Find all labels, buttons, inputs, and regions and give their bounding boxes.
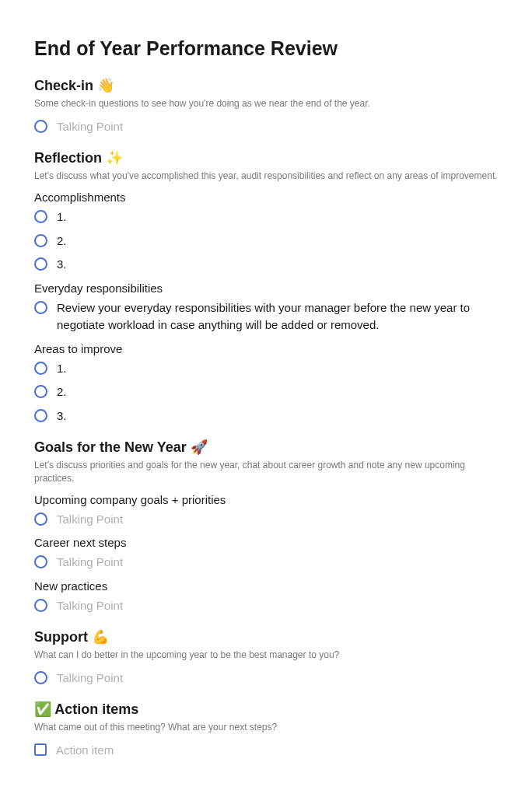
subsection-responsibilities: Everyday responsibilities bbox=[34, 282, 498, 295]
action-item-placeholder[interactable]: Action item bbox=[56, 742, 498, 760]
item-row: Talking Point bbox=[34, 118, 498, 136]
section-support: Support 💪 What can I do better in the up… bbox=[34, 628, 498, 687]
radio-icon[interactable] bbox=[34, 257, 47, 271]
list-item-text[interactable]: 2. bbox=[57, 383, 498, 401]
talking-point-placeholder[interactable]: Talking Point bbox=[57, 597, 498, 615]
section-reflection: Reflection ✨ Let's discuss what you've a… bbox=[34, 149, 498, 425]
subsection-improve: Areas to improve bbox=[34, 342, 498, 355]
talking-point-placeholder[interactable]: Talking Point bbox=[57, 670, 498, 687]
item-row: Talking Point bbox=[34, 670, 498, 687]
list-item-text[interactable]: 3. bbox=[57, 407, 498, 425]
item-row: 3. bbox=[34, 407, 498, 425]
talking-point-placeholder[interactable]: Talking Point bbox=[57, 554, 498, 572]
radio-icon[interactable] bbox=[34, 362, 47, 375]
item-row: 2. bbox=[34, 383, 498, 401]
section-checkin: Check-in 👋 Some check-in questions to se… bbox=[34, 77, 498, 135]
radio-icon[interactable] bbox=[34, 385, 47, 398]
radio-icon[interactable] bbox=[34, 599, 47, 612]
radio-icon[interactable] bbox=[34, 512, 47, 526]
radio-icon[interactable] bbox=[34, 210, 47, 223]
radio-icon[interactable] bbox=[34, 671, 47, 684]
item-row: Talking Point bbox=[34, 554, 498, 572]
item-row: 3. bbox=[34, 256, 498, 274]
subsection-practices: New practices bbox=[34, 579, 498, 593]
radio-icon[interactable] bbox=[34, 409, 47, 422]
section-title-checkin: Check-in 👋 bbox=[34, 77, 498, 94]
item-row: Talking Point bbox=[34, 511, 498, 529]
list-item-text[interactable]: 2. bbox=[57, 233, 498, 250]
radio-icon[interactable] bbox=[34, 555, 47, 568]
section-title-reflection: Reflection ✨ bbox=[34, 149, 498, 166]
item-row: Review your everyday responsibilities wi… bbox=[34, 299, 498, 334]
section-desc-action: What came out of this meeting? What are … bbox=[34, 721, 498, 734]
section-title-support: Support 💪 bbox=[34, 628, 498, 645]
section-title-action: ✅ Action items bbox=[34, 701, 498, 718]
list-item-text[interactable]: 1. bbox=[57, 208, 498, 226]
item-row: Action item bbox=[34, 742, 498, 760]
list-item-text[interactable]: 1. bbox=[57, 360, 498, 378]
subsection-accomplishments: Accomplishments bbox=[34, 191, 498, 204]
responsibilities-text[interactable]: Review your everyday responsibilities wi… bbox=[57, 299, 498, 334]
section-title-goals: Goals for the New Year 🚀 bbox=[34, 439, 498, 456]
talking-point-placeholder[interactable]: Talking Point bbox=[57, 511, 498, 529]
section-action: ✅ Action items What came out of this mee… bbox=[34, 701, 498, 759]
section-desc-checkin: Some check-in questions to see how you'r… bbox=[34, 97, 498, 110]
radio-icon[interactable] bbox=[34, 120, 47, 133]
list-item-text[interactable]: 3. bbox=[57, 256, 498, 274]
section-desc-reflection: Let's discuss what you've accomplished t… bbox=[34, 170, 498, 183]
item-row: 1. bbox=[34, 360, 498, 378]
talking-point-placeholder[interactable]: Talking Point bbox=[57, 118, 498, 136]
subsection-career: Career next steps bbox=[34, 536, 498, 549]
radio-icon[interactable] bbox=[34, 301, 47, 314]
section-goals: Goals for the New Year 🚀 Let's discuss p… bbox=[34, 439, 498, 614]
item-row: 2. bbox=[34, 233, 498, 250]
item-row: 1. bbox=[34, 208, 498, 226]
page-title: End of Year Performance Review bbox=[34, 37, 498, 60]
subsection-upcoming: Upcoming company goals + priorities bbox=[34, 493, 498, 506]
section-desc-support: What can I do better in the upcoming yea… bbox=[34, 649, 498, 662]
item-row: Talking Point bbox=[34, 597, 498, 615]
checkbox-icon[interactable] bbox=[34, 743, 47, 756]
section-desc-goals: Let's discuss priorities and goals for t… bbox=[34, 459, 498, 485]
radio-icon[interactable] bbox=[34, 234, 47, 247]
